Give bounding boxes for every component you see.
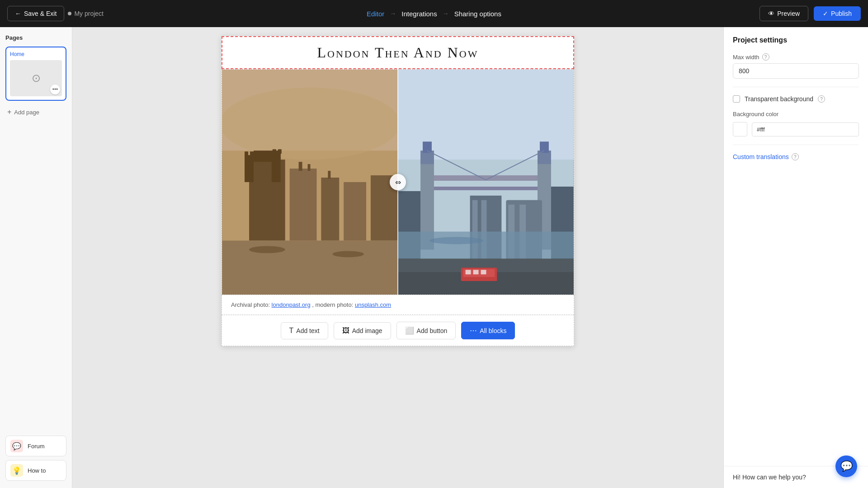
- custom-translations-row: Custom translations ?: [733, 153, 859, 160]
- back-arrow-icon: ←: [15, 10, 21, 17]
- publish-button[interactable]: ✓ Publish: [814, 6, 861, 21]
- main-layout: Pages Home ⊙ ••• + Add page 💬 Forum 💡 Ho…: [0, 27, 868, 488]
- custom-translations-label: Custom translations: [733, 153, 789, 160]
- preview-button[interactable]: 👁 Preview: [760, 6, 808, 21]
- custom-translations-help-icon[interactable]: ?: [792, 153, 799, 160]
- navbar: ← Save & Exit My project Editor → Integr…: [0, 0, 868, 27]
- sidebar-tools: 💬 Forum 💡 How to: [5, 436, 66, 481]
- add-page-button[interactable]: + Add page: [5, 106, 66, 118]
- add-button-button[interactable]: ⬜ Add button: [396, 322, 456, 339]
- howto-label: How to: [28, 467, 46, 474]
- caption-link-1[interactable]: londonpast.org: [272, 301, 311, 308]
- right-sidebar: Project settings Max width ? Transparent…: [723, 27, 868, 488]
- bg-color-input[interactable]: [752, 122, 859, 136]
- custom-translations-link[interactable]: Custom translations ?: [733, 153, 859, 160]
- project-name: My project: [68, 10, 104, 17]
- home-thumb-icon: ⊙: [32, 72, 41, 84]
- bg-color-label: Background color: [733, 111, 859, 117]
- canvas-area: London Then And Now: [72, 27, 723, 488]
- canvas: London Then And Now: [222, 36, 574, 346]
- forum-label: Forum: [28, 443, 45, 450]
- bg-color-row-inner: [733, 122, 859, 136]
- comparison-divider-handle[interactable]: ⇔: [390, 174, 406, 190]
- publish-label: Publish: [831, 10, 852, 17]
- divider-2: [733, 145, 859, 145]
- editor-nav-link[interactable]: Editor: [367, 10, 384, 18]
- max-width-label: Max width ?: [733, 53, 859, 61]
- forum-icon: 💬: [10, 440, 23, 452]
- settings-title: Project settings: [733, 36, 859, 44]
- svg-rect-49: [466, 270, 471, 274]
- comparison-right-panel: [398, 70, 574, 295]
- page-card-home[interactable]: Home ⊙ •••: [5, 47, 66, 101]
- save-exit-button[interactable]: ← Save & Exit: [7, 6, 64, 21]
- caption-link-2[interactable]: unsplash.com: [355, 301, 391, 308]
- home-page-thumbnail: ⊙ •••: [10, 60, 62, 96]
- navbar-left: ← Save & Exit My project: [7, 6, 104, 21]
- preview-label: Preview: [777, 10, 800, 17]
- caption-prefix: Archival photo:: [231, 301, 272, 308]
- check-icon: ✓: [823, 10, 828, 17]
- all-blocks-button[interactable]: ⋯ All blocks: [461, 322, 515, 339]
- left-sidebar: Pages Home ⊙ ••• + Add page 💬 Forum 💡 Ho…: [0, 27, 72, 488]
- settings-panel: Project settings Max width ? Transparent…: [724, 27, 868, 466]
- svg-rect-29: [434, 187, 538, 190]
- svg-point-44: [429, 237, 484, 244]
- max-width-label-text: Max width: [733, 54, 760, 61]
- svg-rect-22: [222, 70, 397, 295]
- sharing-nav-link[interactable]: Sharing options: [454, 10, 501, 18]
- integrations-nav-link[interactable]: Integrations: [401, 10, 437, 18]
- project-dot-icon: [68, 12, 71, 15]
- pages-title: Pages: [5, 34, 66, 41]
- chat-fab-icon: 💬: [840, 460, 853, 472]
- dots-icon: •••: [52, 86, 58, 93]
- svg-rect-51: [481, 270, 486, 274]
- transparent-bg-row: Transparent background ?: [733, 95, 859, 103]
- add-button-icon: ⬜: [405, 326, 414, 335]
- navbar-center: Editor → Integrations → Sharing options: [367, 10, 501, 18]
- add-image-button[interactable]: 🖼 Add image: [334, 322, 391, 339]
- arrows-icon: ⇔: [395, 178, 401, 187]
- bg-color-label-text: Background color: [733, 111, 778, 117]
- add-page-plus-icon: +: [7, 108, 11, 116]
- old-london-image: [222, 70, 398, 295]
- add-image-label: Add image: [352, 327, 382, 334]
- howto-tool[interactable]: 💡 How to: [5, 460, 66, 481]
- howto-icon: 💡: [10, 464, 23, 477]
- all-blocks-label: All blocks: [480, 327, 506, 334]
- page-card-menu-button[interactable]: •••: [50, 84, 60, 94]
- eye-icon: 👁: [768, 10, 774, 17]
- bg-color-swatch[interactable]: [733, 122, 747, 136]
- svg-rect-27: [423, 141, 432, 153]
- forum-tool[interactable]: 💬 Forum: [5, 436, 66, 456]
- transparent-bg-help-icon[interactable]: ?: [818, 95, 825, 103]
- svg-rect-32: [540, 141, 549, 153]
- max-width-input[interactable]: [733, 63, 859, 79]
- add-text-label: Add text: [296, 327, 319, 334]
- arrow-2-icon: →: [443, 10, 449, 17]
- transparent-bg-checkbox-row: Transparent background ?: [733, 95, 859, 103]
- caption-block: Archival photo: londonpast.org , modern …: [222, 295, 574, 315]
- svg-rect-28: [434, 175, 538, 181]
- max-width-help-icon[interactable]: ?: [762, 53, 769, 61]
- navbar-right: 👁 Preview ✓ Publish: [760, 6, 861, 21]
- add-text-button[interactable]: T Add text: [281, 322, 328, 339]
- add-button-label: Add button: [417, 327, 448, 334]
- title-block[interactable]: London Then And Now: [222, 36, 574, 69]
- caption-separator: , modern photo:: [312, 301, 355, 308]
- divider-1: [733, 87, 859, 87]
- add-blocks-toolbar: T Add text 🖼 Add image ⬜ Add button ⋯ Al…: [222, 315, 574, 346]
- comparison-block[interactable]: ⇔: [222, 69, 574, 295]
- canvas-title: London Then And Now: [317, 44, 478, 61]
- transparent-bg-checkbox[interactable]: [733, 95, 740, 103]
- svg-rect-43: [398, 232, 573, 259]
- canvas-wrapper: London Then And Now: [222, 36, 574, 346]
- home-page-label: Home: [10, 51, 62, 57]
- add-text-icon: T: [289, 327, 294, 335]
- comparison-left-panel: [222, 70, 398, 295]
- bg-color-row: Background color: [733, 111, 859, 136]
- chat-fab-button[interactable]: 💬: [835, 455, 857, 477]
- save-exit-label: Save & Exit: [24, 10, 57, 17]
- add-image-icon: 🖼: [342, 327, 349, 335]
- arrow-1-icon: →: [390, 10, 396, 17]
